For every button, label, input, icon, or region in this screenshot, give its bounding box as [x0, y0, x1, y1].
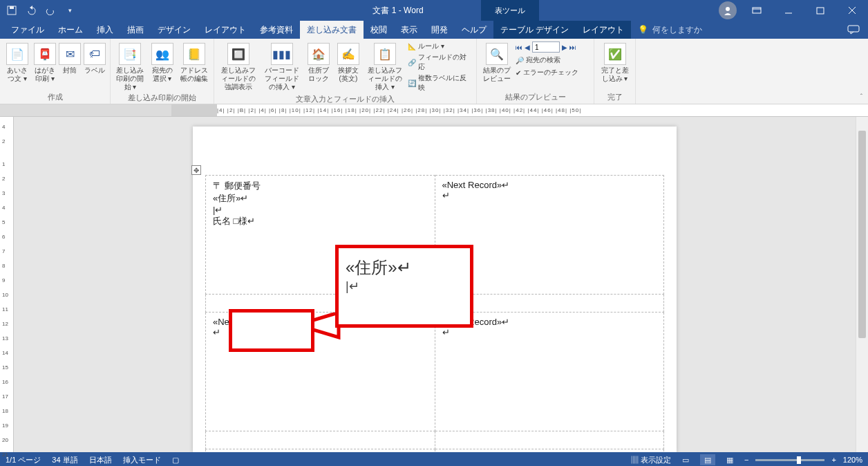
newline-mark: ↵: [442, 327, 650, 337]
select-recipients-button[interactable]: 👥宛先の選択 ▾: [149, 41, 176, 83]
ruler-tick: 11: [2, 306, 8, 313]
svg-point-2: [726, 7, 730, 11]
horizontal-ruler[interactable]: |4| |2| |B| |2| |4| |6| |8| |10| |12| |1…: [0, 104, 868, 117]
highlight-fields-button[interactable]: 🔲差し込みフィールドの強調表示: [218, 41, 259, 91]
tab-references[interactable]: 参考資料: [253, 21, 300, 39]
tab-insert[interactable]: 挿入: [90, 21, 120, 39]
tab-view[interactable]: 表示: [394, 21, 424, 39]
vertical-scrollbar[interactable]: [856, 117, 868, 452]
tab-mailings[interactable]: 差し込み文書: [300, 21, 364, 39]
macro-record-icon[interactable]: ▢: [172, 456, 179, 465]
qat-more-icon[interactable]: ▾: [64, 4, 76, 17]
tab-design[interactable]: デザイン: [151, 21, 198, 39]
rules-button[interactable]: 📐ルール ▾: [408, 41, 472, 51]
status-insert-mode[interactable]: 挿入モード: [123, 455, 161, 465]
tab-table-layout[interactable]: レイアウト: [576, 21, 631, 39]
collapse-ribbon-icon[interactable]: ˆ: [860, 93, 862, 101]
record-number-input[interactable]: [532, 41, 560, 53]
ruler-tick: 7: [2, 248, 8, 254]
table-move-handle-icon[interactable]: ✥: [191, 165, 201, 175]
status-language[interactable]: 日本語: [89, 455, 112, 465]
table-cell[interactable]: [206, 431, 435, 449]
document-area[interactable]: ✥ 〒 郵便番号 «住所»↵ |↵ 氏名 □様↵ «Next Record»↵ …: [14, 117, 856, 452]
tab-home[interactable]: ホーム: [51, 21, 90, 39]
greeting-line-button[interactable]: ✍挨拶文 (英文): [334, 41, 361, 83]
label-icon: 🏷: [84, 43, 106, 65]
svg-rect-1: [10, 6, 14, 9]
zoom-level[interactable]: 120%: [843, 456, 862, 464]
table-cell[interactable]: «Next Record»↵: [435, 449, 664, 453]
ruler-tick: 17: [2, 393, 8, 400]
save-icon[interactable]: [6, 4, 18, 17]
field-address: «住所»↵: [213, 192, 421, 205]
mailmerge-icon: 📑: [119, 43, 141, 65]
address-block-button[interactable]: 🏠住所ブロック: [305, 41, 332, 83]
match-fields-button[interactable]: 🔗フィールドの対応: [408, 53, 472, 72]
group-finish-label: 完了: [598, 91, 631, 102]
maximize-icon[interactable]: [804, 0, 836, 21]
read-mode-icon[interactable]: ▭: [678, 454, 693, 465]
find-icon: 🔎: [516, 57, 524, 64]
postcard-button[interactable]: 📮はがき印刷 ▾: [34, 41, 56, 83]
tab-draw[interactable]: 描画: [120, 21, 151, 39]
zoom-out-icon[interactable]: −: [744, 456, 748, 464]
zoom-in-icon[interactable]: +: [831, 456, 836, 464]
scrollbar-thumb[interactable]: [858, 131, 866, 338]
finish-merge-button[interactable]: ✅完了と差し込み ▾: [598, 41, 631, 83]
find-recipient-button[interactable]: 🔎宛先の検索: [516, 55, 578, 65]
status-words[interactable]: 34 単語: [52, 455, 77, 465]
start-mailmerge-button[interactable]: 📑差し込み印刷の開始 ▾: [115, 41, 146, 91]
user-avatar-icon[interactable]: [719, 1, 737, 19]
vertical-ruler[interactable]: 4212345678910111213141516171819202122232…: [0, 117, 14, 452]
web-layout-icon[interactable]: ▦: [722, 454, 737, 465]
next-record-icon[interactable]: ▶: [562, 44, 567, 51]
zoom-slider[interactable]: [755, 459, 824, 461]
ruler-tick: 13: [2, 335, 8, 342]
table-cell[interactable]: «Next Record»↵ ↵: [435, 313, 664, 431]
preview-icon: 🔍: [486, 43, 508, 65]
comments-icon[interactable]: [847, 25, 860, 35]
group-start-label: 差し込み印刷の開始: [115, 91, 209, 103]
ruler-tick: 12: [2, 321, 8, 327]
svg-rect-6: [817, 8, 824, 14]
edit-recipients-button[interactable]: 📒アドレス帳の編集: [178, 41, 209, 83]
field-name: 氏名 □様↵: [213, 215, 421, 227]
update-labels-button[interactable]: 🔄複数ラベルに反映: [408, 73, 472, 93]
insert-field-button[interactable]: 📋差し込みフィールドの挿入 ▾: [364, 41, 405, 91]
ribbon-display-icon[interactable]: [741, 0, 773, 21]
tab-table-design[interactable]: テーブル デザイン: [493, 21, 576, 39]
ruler-tick: 21: [2, 451, 8, 458]
tell-me-search[interactable]: 💡 何をしますか: [638, 24, 702, 36]
tab-help[interactable]: ヘルプ: [455, 21, 493, 39]
label-button[interactable]: 🏷ラベル: [84, 41, 106, 75]
tab-developer[interactable]: 開発: [424, 21, 455, 39]
greeting-button[interactable]: 📄あいさつ文 ▾: [4, 41, 31, 83]
close-icon[interactable]: [836, 0, 868, 21]
redo-icon[interactable]: [44, 4, 57, 17]
prev-record-icon[interactable]: ◀: [525, 44, 530, 51]
tab-layout[interactable]: レイアウト: [198, 21, 253, 39]
minimize-icon[interactable]: [773, 0, 804, 21]
ruler-tick: 1: [2, 161, 8, 167]
print-layout-icon[interactable]: ▤: [700, 454, 715, 465]
barcode-button[interactable]: ▮▮▮バーコードフィールドの挿入 ▾: [262, 41, 303, 91]
ruler-tick: 2: [2, 138, 8, 145]
match-icon: 🔗: [408, 59, 416, 66]
insertfield-icon: 📋: [374, 43, 396, 65]
update-icon: 🔄: [408, 80, 416, 87]
tab-file[interactable]: ファイル: [4, 21, 51, 39]
tab-review[interactable]: 校閲: [364, 21, 394, 39]
undo-icon[interactable]: [25, 4, 37, 17]
table-cell[interactable]: [435, 431, 664, 449]
barcode-icon: ▮▮▮: [271, 43, 293, 65]
first-record-icon[interactable]: ⏮: [516, 44, 522, 51]
last-record-icon[interactable]: ⏭: [569, 44, 576, 51]
ruler-tick: 4: [2, 205, 8, 211]
table-cell[interactable]: «Next Record»↵: [206, 449, 435, 453]
check-errors-button[interactable]: ✔エラーのチェック: [516, 68, 578, 77]
envelope-button[interactable]: ✉封筒: [59, 41, 81, 75]
display-settings-button[interactable]: ▥ 表示設定: [631, 455, 671, 465]
status-page[interactable]: 1/1 ページ: [6, 455, 41, 465]
preview-results-button[interactable]: 🔍結果のプレビュー: [481, 41, 513, 83]
field-postal: 〒 郵便番号: [213, 180, 421, 192]
